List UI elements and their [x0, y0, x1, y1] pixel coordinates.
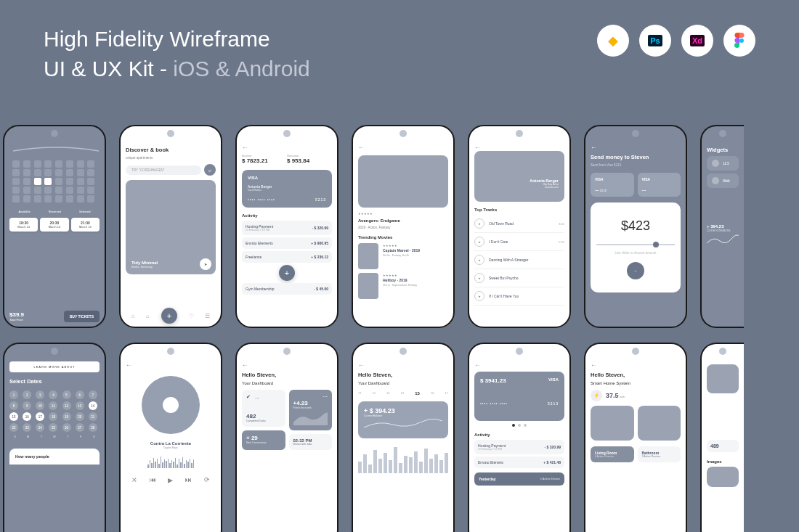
artist-card[interactable]: Antonia BergerHip Hop Artistantonia.com [474, 151, 564, 202]
seat[interactable] [12, 160, 20, 168]
back-icon[interactable]: ← [358, 361, 448, 369]
credit-card[interactable]: VISA Antonia Berger Card Holder •••• •••… [242, 170, 332, 208]
price-value: $39.9 [9, 311, 24, 318]
seat-grid[interactable] [12, 160, 97, 202]
activity-row[interactable]: Freelance+ $ 236.12 [242, 251, 332, 263]
stat-card[interactable]: 489 [707, 440, 739, 452]
ticket-footer: $39.9Total Price BUY TICKETS [9, 311, 100, 322]
track-item[interactable]: ▸Sweet But Psycho [474, 269, 564, 287]
activity-row[interactable]: Hosting Payment11 February 7:15 PM- $ 32… [242, 221, 332, 235]
activity-row[interactable]: Hosting Payment11 February 7:15 PM- $ 32… [474, 440, 564, 454]
back-icon[interactable]: ← [474, 144, 564, 151]
screen-arc [9, 144, 100, 152]
credit-card[interactable]: $ 3941.23VISA •••• •••• ••••5213 [474, 372, 564, 421]
back-icon[interactable]: ← [474, 361, 564, 369]
phone-widgets-edge: Widgets 12.5 Walk + 394.23 Current Balan… [700, 125, 744, 328]
widgets-heading: Widgets [707, 147, 739, 153]
back-icon[interactable]: ← [242, 144, 332, 151]
phone-images-edge: 489 Images [700, 343, 744, 532]
learn-banner[interactable]: LEARN MORE ABOUT [9, 361, 100, 372]
widget-item[interactable]: Walk [707, 173, 739, 188]
profile-icon[interactable]: ☰ [205, 313, 210, 319]
widget-item[interactable]: 12.5 [707, 156, 739, 171]
activity-row[interactable]: Envato Elemets+ $ 421.48 [474, 457, 564, 468]
track-item[interactable]: ▸I Don't Care5:92 [474, 233, 564, 251]
activity-heading: Activity [242, 213, 332, 218]
waveform[interactable] [126, 455, 216, 468]
add-button[interactable]: + [161, 308, 177, 324]
image-placeholder [638, 406, 681, 441]
title-line-2b: iOS & Android [173, 57, 309, 81]
add-activity-button[interactable]: + [279, 265, 295, 281]
line-chart-icon [364, 417, 442, 432]
phone-movies: ← ★★★★★ Avengers: Endgame 2019 · Action,… [352, 125, 455, 328]
prev-icon[interactable]: ⏮ [150, 476, 156, 483]
card-option[interactable]: VISA•••• 5213 [591, 173, 634, 197]
movie-list-item[interactable]: ★★★★★Captain Marvel - 20192h 4m · Fantas… [358, 243, 448, 269]
search-nav-icon[interactable]: ⌕ [146, 313, 150, 319]
repeat-icon[interactable]: ⟳ [204, 476, 210, 483]
phone-smart-home: ← Hello Steven, Smart Home System ⚡ 37.5… [584, 343, 687, 532]
back-icon[interactable]: ← [242, 361, 332, 369]
play-icon[interactable]: ▸ [474, 291, 484, 301]
card-option[interactable]: VISA•••• [638, 173, 681, 197]
select-dates-heading: Select Dates [9, 378, 100, 385]
room-card[interactable]: Living Room4 Active Devices [591, 446, 634, 462]
play-icon[interactable]: ▸ [474, 255, 484, 265]
send-icon[interactable]: ➤ [200, 258, 211, 270]
cal-day-selected[interactable]: 14 [89, 401, 97, 410]
play-icon[interactable]: ▸ [474, 218, 484, 229]
seat-selected[interactable] [34, 178, 41, 185]
calendar[interactable]: 1234567 891011121314 15161718192021 2223… [9, 390, 100, 432]
outcome-value: $ 953.84 [287, 157, 332, 164]
track-item[interactable]: ▸If I Can't Have You [474, 287, 564, 306]
back-icon[interactable]: ← [126, 361, 216, 369]
album-art[interactable] [142, 376, 200, 434]
search-icon[interactable]: ⌕ [204, 164, 216, 176]
sparkline [707, 232, 739, 248]
apartment-image[interactable]: Tidy Minimal Berlin, Germany ➤ [126, 180, 216, 274]
power-icon: ⚡ [591, 390, 602, 401]
back-icon[interactable]: ← [591, 361, 681, 369]
images-heading: Images [707, 459, 739, 464]
search-input[interactable]: TRY "COPENHAGEN" [126, 165, 201, 175]
showtime-chip[interactable]: 18:30March 14 [9, 218, 38, 232]
amount-slider[interactable] [596, 244, 675, 245]
title-line-2a: UI & UX Kit - [44, 57, 173, 81]
phone-music-player: ← Contra La Corriente Taylor Marc ⤨ ⏮ ▸ … [119, 343, 222, 532]
photoshop-icon: Ps [639, 25, 671, 57]
room-card[interactable]: Bathroom2 Active Devices [638, 446, 681, 462]
stat-card[interactable]: ⋯ +4.23 Points this week [289, 390, 333, 430]
promo-header: High Fidelity Wireframe UI & UX Kit - iO… [0, 0, 799, 91]
activity-row[interactable]: Envato Elements+ $ 900.95 [242, 237, 332, 249]
phone-send-money: ← Send money to Steven Send from Visa 52… [584, 125, 687, 328]
activity-row[interactable]: Gym Membership- $ 45.00 [242, 283, 332, 295]
track-item[interactable]: ▸Dancing With A Stranger [474, 251, 564, 269]
showtime-chip[interactable]: 21:30March 14 [71, 218, 100, 232]
home-icon[interactable]: ⌂ [131, 313, 135, 319]
play-icon[interactable]: ▸ [474, 237, 484, 247]
back-icon[interactable]: ← [358, 144, 448, 151]
footer-card[interactable]: Yesterday 1 Active Device [474, 472, 564, 486]
heart-icon[interactable]: ♡ [189, 313, 194, 319]
movie-list-item[interactable]: ★★★★★Hellboy - 20192h 1m · Supernatural,… [358, 273, 448, 299]
date-strip[interactable]: 11121314151617 [358, 391, 448, 396]
showtime-chip[interactable]: 20:30March 14 [40, 218, 68, 232]
play-icon[interactable]: ▸ [474, 273, 484, 283]
svg-point-0 [739, 38, 744, 43]
confirm-button[interactable]: → [627, 262, 644, 279]
phone-dashboard-cards: ← Hello Steven, Your Dashboard ✔ … 482 C… [235, 343, 338, 532]
stat-card[interactable]: + 29 New Connections [242, 430, 285, 450]
stat-card[interactable]: ✔ … 482 Completed Tasks [242, 390, 285, 427]
next-icon[interactable]: ⏭ [185, 476, 192, 483]
balance-card[interactable]: + $ 394.23 Current Balance [358, 401, 448, 438]
play-icon[interactable]: ▸ [168, 474, 173, 486]
movie-hero-image[interactable] [358, 155, 448, 208]
stat-card[interactable]: 02:32 PM Dinner with Julia [289, 434, 333, 450]
back-icon[interactable]: ← [591, 144, 681, 151]
track-item[interactable]: ▸Old Town Road3:41 [474, 215, 564, 233]
phone-select-dates: LEARN MORE ABOUT Select Dates 1234567 89… [3, 343, 106, 532]
buy-tickets-button[interactable]: BUY TICKETS [64, 311, 100, 322]
shuffle-icon[interactable]: ⤨ [131, 476, 137, 483]
tool-icons: ◆ Ps Xd [597, 25, 755, 57]
